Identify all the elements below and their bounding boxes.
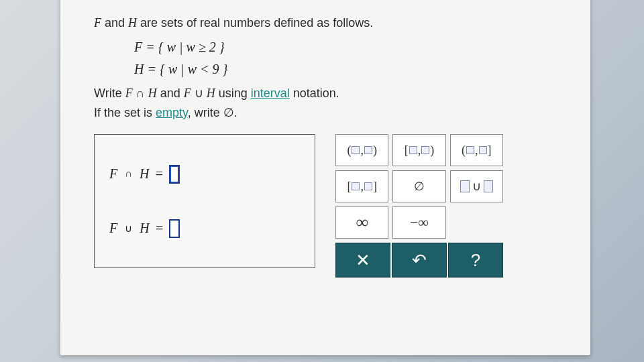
row1-eq: =	[155, 166, 164, 182]
symbol-palette: (,) [,) (,] [,] ∅ ∪ ∞ −∞ ✕ ↶ ?	[335, 134, 503, 278]
answer-area: F ∩ H = F ∪ H = (,) [,) (,] [,] ∅ ∪	[94, 134, 557, 278]
problem-statement: F and H are sets of real numbers defined…	[94, 13, 557, 33]
inst-H1: H	[148, 86, 157, 100]
btn-union-template[interactable]: ∪	[450, 170, 503, 202]
btn-neg-infinity[interactable]: −∞	[392, 206, 445, 239]
undo-icon: ↶	[412, 250, 427, 271]
inst-using: using	[215, 86, 251, 100]
clear-button[interactable]: ✕	[335, 243, 390, 278]
link-empty[interactable]: empty	[156, 106, 188, 119]
instruction-line: Write F ∩ H and F ∪ H using interval not…	[94, 84, 557, 103]
set-definition-H: H = { w | w < 9 }	[134, 62, 557, 77]
intersection-input[interactable]	[169, 165, 180, 184]
empty-suffix: , write ∅.	[188, 106, 237, 119]
intro-suffix: are sets of real numbers defined as foll…	[137, 16, 373, 29]
inst-F1: F	[125, 86, 133, 100]
row2-op-union: ∪	[125, 223, 132, 235]
answer-row-union: F ∪ H =	[109, 219, 300, 238]
row2-eq: =	[155, 221, 164, 236]
empty-prefix: If the set is	[94, 106, 156, 119]
inst-write: Write	[94, 86, 125, 100]
union-symbol: ∪	[472, 179, 481, 194]
row1-F: F	[109, 166, 117, 182]
row1-H: H	[140, 166, 149, 182]
empty-line: If the set is empty, write ∅.	[94, 103, 557, 123]
row2-H: H	[140, 221, 149, 236]
var-H: H	[128, 16, 137, 29]
inst-F2: F	[184, 86, 191, 100]
text-and: and	[101, 16, 128, 29]
problem-page: F and H are sets of real numbers defined…	[60, 0, 590, 355]
btn-closed-open-interval[interactable]: [,)	[392, 134, 445, 166]
inst-union: ∪	[191, 86, 207, 100]
palette-grid: (,) [,) (,] [,] ∅ ∪ ∞ −∞	[335, 134, 503, 239]
var-F: F	[94, 16, 101, 29]
btn-closed-closed-interval[interactable]: [,]	[335, 170, 388, 202]
row2-F: F	[109, 221, 117, 236]
inst-and: and	[157, 86, 184, 100]
palette-spacer	[450, 206, 503, 239]
action-grid: ✕ ↶ ?	[335, 243, 503, 278]
undo-button[interactable]: ↶	[392, 243, 447, 278]
btn-empty-set[interactable]: ∅	[392, 170, 445, 202]
btn-infinity[interactable]: ∞	[335, 206, 388, 239]
union-input[interactable]	[169, 219, 180, 238]
inst-intersect: ∩	[133, 86, 148, 100]
answer-box: F ∩ H = F ∪ H =	[94, 134, 315, 268]
inst-notation: notation.	[290, 86, 339, 100]
set-definition-F: F = { w | w ≥ 2 }	[134, 40, 557, 55]
help-icon: ?	[471, 250, 480, 271]
close-icon: ✕	[356, 250, 370, 271]
row1-op-intersect: ∩	[125, 168, 132, 180]
btn-open-closed-interval[interactable]: (,]	[450, 134, 503, 166]
link-interval[interactable]: interval	[251, 86, 290, 100]
inst-H2: H	[207, 86, 215, 100]
help-button[interactable]: ?	[448, 243, 503, 278]
btn-open-open-interval[interactable]: (,)	[335, 134, 388, 166]
answer-row-intersection: F ∩ H =	[109, 165, 300, 184]
